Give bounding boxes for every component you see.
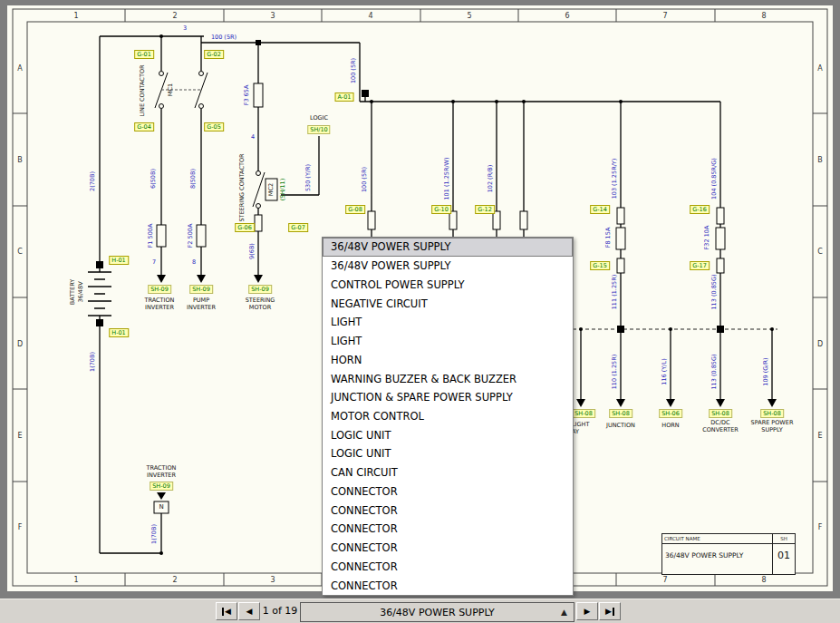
first-page-icon: ◀ <box>225 607 231 616</box>
prev-page-button[interactable]: ◀ <box>238 602 260 620</box>
sheet-selector-combo[interactable]: 36/48V POWER SUPPLY ▲ <box>300 602 574 622</box>
title-block-name-cell: CIRCUIT NAME 36/48V POWER SUPPLY <box>662 534 773 574</box>
dropdown-item[interactable]: LIGHT <box>323 332 573 351</box>
circuit-name-header: CIRCUIT NAME <box>662 534 772 544</box>
combo-value: 36/48V POWER SUPPLY <box>380 607 495 618</box>
dropdown-item[interactable]: WARNING BUZZER & BACK BUZZER <box>323 369 573 388</box>
last-page-icon: ▶ <box>605 607 612 616</box>
sheet-dropdown-list: 36/48V POWER SUPPLY 36/48V POWER SUPPLY … <box>322 237 574 596</box>
skip-start-bar-icon <box>222 608 224 616</box>
dropdown-item[interactable]: CONNECTOR <box>323 520 573 539</box>
prev-page-icon: ◀ <box>246 607 253 616</box>
dropdown-item[interactable]: CONNECTOR <box>323 557 573 576</box>
sheet-number: 01 <box>773 544 795 561</box>
dropdown-item[interactable]: LOGIC UNIT <box>323 425 573 444</box>
sheet-header: SH <box>773 534 795 544</box>
dropdown-item[interactable]: CONTROL POWER SUPPLY <box>323 275 573 294</box>
circuit-name-value: 36/48V POWER SUPPLY <box>662 544 772 560</box>
dropdown-item[interactable]: MOTOR CONTROL <box>323 407 573 426</box>
navigation-toolbar: ◀ ◀ 1 of 19 36/48V POWER SUPPLY ▲ ▶ ▶ <box>0 599 840 623</box>
title-block-sheet-cell: SH 01 <box>773 534 795 574</box>
dropdown-item[interactable]: 36/48V POWER SUPPLY <box>323 238 573 257</box>
last-page-button[interactable]: ▶ <box>599 602 621 620</box>
dropdown-item[interactable]: CONNECTOR <box>323 539 573 558</box>
dropdown-item[interactable]: HORN <box>323 350 573 369</box>
first-page-button[interactable]: ◀ <box>216 602 237 620</box>
title-block: CIRCUIT NAME 36/48V POWER SUPPLY SH 01 <box>661 533 796 575</box>
dropdown-item[interactable]: NEGATIVE CIRCUIT <box>323 294 573 313</box>
dropdown-item[interactable]: JUNCTION & SPARE POWER SUPPLY <box>323 388 573 407</box>
page-indicator: 1 of 19 <box>259 602 301 620</box>
skip-end-bar-icon <box>613 608 614 616</box>
dropdown-item[interactable]: LIGHT <box>323 313 573 332</box>
app-window: 1 2 3 4 5 6 7 8 1 2 3 4 5 6 7 8 A B C D … <box>0 0 840 623</box>
dropdown-item[interactable]: LOGIC UNIT <box>323 444 573 463</box>
next-page-button[interactable]: ▶ <box>576 602 598 620</box>
dropdown-item[interactable]: CONNECTOR <box>323 501 573 520</box>
dropdown-item[interactable]: CAN CIRCUIT <box>323 463 573 482</box>
next-page-icon: ▶ <box>584 607 591 616</box>
chevron-up-icon: ▲ <box>561 608 567 617</box>
dropdown-item[interactable]: CONNECTOR <box>323 576 573 595</box>
dropdown-item[interactable]: 36/48V POWER SUPPLY <box>323 257 573 276</box>
dropdown-item[interactable]: CONNECTOR <box>323 482 573 501</box>
